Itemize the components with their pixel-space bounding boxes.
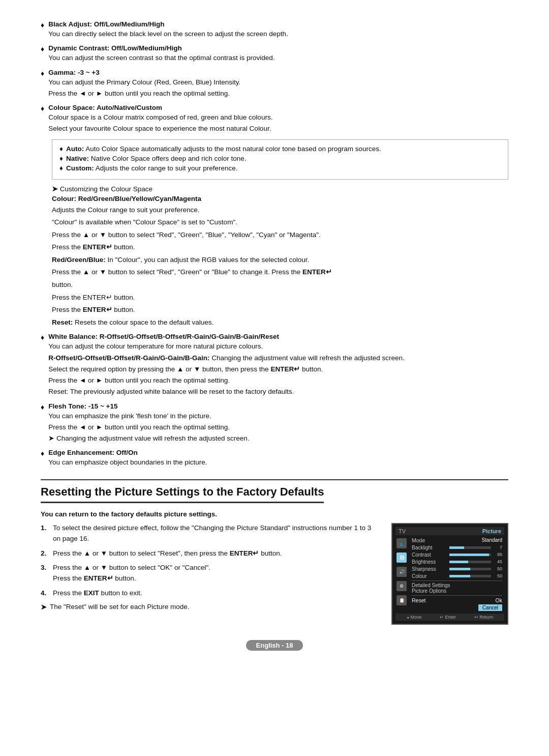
- footer-move: ⬥ Move: [407, 615, 422, 620]
- tv-label: TV: [399, 528, 406, 534]
- tv-icon-4: ⚙: [396, 581, 407, 591]
- sharpness-bar: [449, 568, 491, 570]
- bullet-body-line2: Select your favourite Colour space to ex…: [48, 124, 272, 134]
- mode-value: Standard: [481, 537, 502, 543]
- step-text: Press the ▲ or ▼ button to select "OK" o…: [53, 563, 210, 584]
- customizing-line3: Press the ENTER↵ button.: [52, 242, 508, 253]
- wb-line4: Reset: The previously adjusted white bal…: [48, 387, 405, 397]
- tv-sharpness-row: Sharpness 50: [412, 566, 502, 572]
- customizing-section: ➤ Customizing the Colour Space Colour: R…: [52, 185, 508, 328]
- subbox-text: Auto Color Space automatically adjusts t…: [85, 145, 381, 153]
- backlight-label: Backlight: [412, 545, 447, 550]
- edge-title: Edge Enhancement: Off/On: [48, 449, 138, 456]
- brightness-bar-fill: [449, 561, 468, 563]
- diamond-icon: ♦: [41, 333, 44, 341]
- wb-line2: Select the required option by pressing t…: [48, 364, 405, 374]
- bullet-black-adjust: ♦ Black Adjust: Off/Low/Medium/High You …: [41, 20, 508, 39]
- bullet-body: You can adjust the screen contrast so th…: [48, 53, 274, 63]
- flesh-tone-title: Flesh Tone: -15 ~ +15: [48, 402, 117, 410]
- backlight-num: 7: [493, 545, 502, 550]
- step-num: 1.: [41, 523, 49, 534]
- small-diamond-icon: ♦: [59, 155, 63, 162]
- step-4: 4. Press the EXIT button to exit.: [41, 588, 376, 599]
- bullet-flesh-tone: ♦ Flesh Tone: -15 ~ +15 You can emphasiz…: [41, 402, 508, 444]
- factory-content: 1. To select the desired picture effect,…: [41, 523, 508, 625]
- bullet-edge-enhancement: ♦ Edge Enhancement: Off/On You can empha…: [41, 449, 508, 468]
- step-3: 3. Press the ▲ or ▼ button to select "OK…: [41, 563, 376, 584]
- ok-label: Ok: [496, 597, 502, 603]
- tv-icon-2: 🖼: [396, 553, 407, 563]
- reset-label: Reset: [412, 597, 425, 603]
- contrast-num: 95: [493, 552, 502, 557]
- factory-steps: 1. To select the desired picture effect,…: [41, 523, 376, 616]
- subbox-label: Native:: [66, 155, 89, 162]
- bullet-white-balance: ♦ White Balance: R-Offset/G-Offset/B-Off…: [41, 333, 508, 397]
- subbox-text: Adjusts the color range to suit your pre…: [96, 164, 238, 172]
- tv-header: TV Picture: [395, 527, 504, 535]
- bullet-title: Gamma: -3 ~ +3: [48, 69, 100, 76]
- bullet-body-line1: Colour space is a Colour matrix composed…: [48, 112, 272, 123]
- tv-footer: ⬥ Move ↵ Enter ↩ Return: [395, 614, 504, 621]
- arrow-symbol: ➤: [52, 185, 60, 193]
- small-diamond-icon: ♦: [59, 164, 63, 172]
- brightness-num: 45: [493, 559, 502, 564]
- tv-separator: [412, 580, 502, 581]
- bullet-dynamic-contrast: ♦ Dynamic Contrast: Off/Low/Medium/High …: [41, 44, 508, 63]
- flesh-line1: Press the ◄ or ► button until you reach …: [48, 422, 249, 432]
- step-num: 2.: [41, 548, 49, 559]
- wb-line3: Press the ◄ or ► button until you reach …: [48, 375, 405, 386]
- arrow-note-text: The "Reset" will be set for each Picture…: [50, 603, 189, 610]
- step-2: 2. Press the ▲ or ▼ button to select "Re…: [41, 548, 376, 559]
- customizing-line7: Press the ENTER↵ button.: [52, 304, 508, 315]
- customizing-line6: Press the ENTER↵ button.: [52, 292, 508, 303]
- contrast-bar: [449, 554, 491, 556]
- tv-rows: Mode Standard Backlight 7 Contrast: [410, 536, 504, 612]
- tv-reset-row: Reset Ok: [412, 597, 502, 603]
- subbox-label: Custom:: [66, 164, 94, 172]
- sharpness-num: 50: [493, 566, 502, 571]
- arrow-note: ➤ The "Reset" will be set for each Pictu…: [41, 603, 376, 611]
- wb-line0: You can adjust the colour temperature fo…: [48, 341, 405, 352]
- mode-label: Mode: [412, 537, 425, 543]
- diamond-icon: ♦: [41, 403, 44, 411]
- customizing-line1: "Colour" is available when "Colour Space…: [52, 217, 508, 228]
- picture-label: Picture: [482, 528, 501, 534]
- step-text: Press the EXIT button to exit.: [53, 588, 142, 599]
- diamond-icon: ♦: [41, 104, 44, 112]
- customizing-line0: Adjusts the Colour range to suit your pr…: [52, 205, 508, 216]
- step-text: Press the ▲ or ▼ button to select "Reset…: [53, 548, 282, 559]
- section-divider: [41, 479, 508, 480]
- tv-backlight-row: Backlight 7: [412, 545, 502, 550]
- tv-icon-1: 📺: [396, 538, 407, 548]
- subbox-item-auto: ♦ Auto: Auto Color Space automatically a…: [59, 145, 501, 153]
- colour-bar-fill: [449, 575, 470, 577]
- option-label: Detailed Settings: [412, 583, 450, 588]
- diamond-icon: ♦: [41, 69, 44, 77]
- tv-colour-row: Colour 50: [412, 573, 502, 579]
- customizing-line4: Red/Green/Blue: In "Colour", you can adj…: [52, 254, 508, 266]
- subbox-label: Auto:: [66, 145, 84, 153]
- cancel-label: Cancel: [478, 604, 502, 611]
- step-1: 1. To select the desired picture effect,…: [41, 523, 376, 544]
- diamond-icon: ♦: [41, 45, 44, 53]
- colour-bar: [449, 575, 491, 577]
- arrow-symbol: ➤: [41, 603, 47, 611]
- tv-separator2: [412, 595, 502, 596]
- footer-enter: ↵ Enter: [440, 615, 456, 620]
- bullet-title: Black Adjust: Off/Low/Medium/High: [48, 20, 164, 28]
- tv-contrast-row: Contrast 95: [412, 552, 502, 558]
- section-heading: Resetting the Picture Settings to the Fa…: [41, 485, 324, 503]
- bullet-gamma: ♦ Gamma: -3 ~ +3 You can adjust the Prim…: [41, 69, 508, 99]
- tv-icon-5: 📋: [396, 595, 407, 605]
- step-num: 4.: [41, 588, 49, 599]
- diamond-icon: ♦: [41, 449, 44, 457]
- tv-mode-row: Mode Standard: [412, 537, 502, 543]
- customizing-line5: Press the ▲ or ▼ button to select "Red",…: [52, 267, 508, 278]
- step-text: To select the desired picture effect, fo…: [53, 523, 376, 544]
- subbox-item-custom: ♦ Custom: Adjusts the color range to sui…: [59, 164, 501, 172]
- edge-body: You can emphasize object boundaries in t…: [48, 457, 207, 468]
- contrast-bar-fill: [449, 554, 489, 556]
- bullet-body-line2: Press the ◄ or ► button until you reach …: [48, 89, 240, 99]
- diamond-icon: ♦: [41, 21, 44, 29]
- bullet-title: Colour Space: Auto/Native/Custom: [48, 104, 162, 111]
